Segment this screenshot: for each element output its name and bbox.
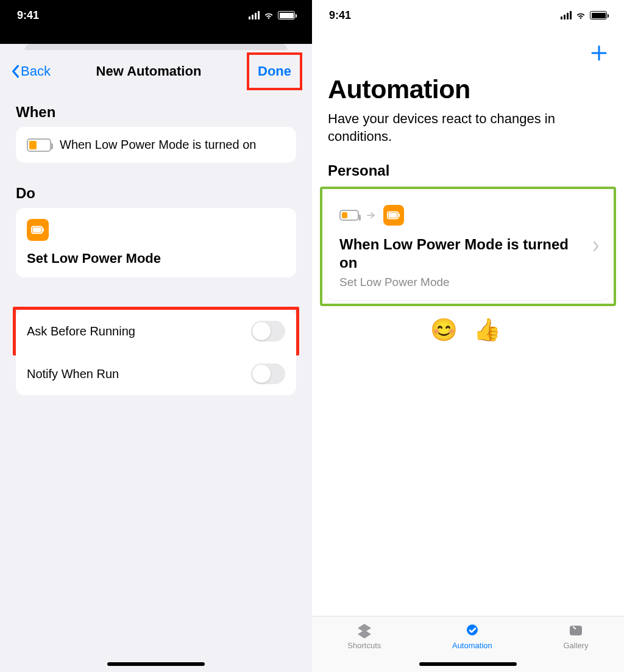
- notify-row-card: Notify When Run: [16, 352, 296, 395]
- notify-toggle[interactable]: [251, 363, 285, 384]
- ask-before-running-highlight: Ask Before Running: [13, 307, 299, 356]
- home-indicator: [419, 662, 517, 666]
- tab-gallery[interactable]: Gallery: [563, 623, 588, 650]
- notify-when-run-row[interactable]: Notify When Run: [16, 352, 296, 395]
- page-title: Automation: [312, 30, 624, 110]
- when-text: When Low Power Mode is turned on: [60, 138, 256, 152]
- battery-action-icon: [27, 219, 49, 241]
- done-button-highlight: Done: [247, 52, 302, 90]
- add-automation-button[interactable]: [590, 44, 608, 65]
- ask-before-running-row[interactable]: Ask Before Running: [16, 310, 296, 352]
- automation-subtitle: Set Low Power Mode: [339, 276, 597, 289]
- low-battery-icon: [339, 210, 359, 221]
- svg-rect-7: [389, 213, 397, 218]
- svg-rect-9: [467, 624, 478, 635]
- gallery-icon: [567, 623, 585, 638]
- arrow-right-icon: [366, 212, 376, 219]
- automation-title: When Low Power Mode is turned on: [339, 235, 597, 272]
- nav-title: New Automation: [96, 63, 202, 79]
- tab-shortcuts[interactable]: Shortcuts: [347, 623, 381, 650]
- done-button[interactable]: Done: [258, 63, 291, 79]
- back-button[interactable]: Back: [11, 63, 51, 79]
- battery-icon: [590, 11, 607, 20]
- shortcuts-icon: [355, 623, 374, 638]
- do-card[interactable]: Set Low Power Mode: [16, 208, 296, 277]
- status-time: 9:41: [329, 9, 351, 22]
- notify-label: Notify When Run: [27, 367, 119, 381]
- personal-header: Personal: [312, 162, 624, 187]
- when-header: When: [0, 93, 312, 127]
- automation-icon: [463, 623, 481, 638]
- sheet-handle: [24, 44, 288, 50]
- automation-icons: [339, 205, 597, 226]
- status-icons: [249, 11, 295, 20]
- ask-toggle[interactable]: [251, 321, 285, 341]
- svg-rect-10: [570, 626, 582, 635]
- status-bar: 9:41: [312, 0, 624, 30]
- wifi-icon: [263, 11, 274, 20]
- when-card[interactable]: When Low Power Mode is turned on: [16, 127, 296, 163]
- right-phone-automation-list: 9:41 Automation Have your devices react …: [312, 0, 624, 672]
- tab-label: Shortcuts: [347, 641, 381, 650]
- automation-card-highlight: When Low Power Mode is turned on Set Low…: [320, 187, 616, 306]
- signal-icon: [249, 11, 260, 20]
- tab-label: Automation: [452, 641, 492, 650]
- tab-label: Gallery: [563, 641, 588, 650]
- emoji-reactions: 😊 👍: [312, 306, 624, 354]
- battery-icon: [278, 11, 295, 20]
- sheet-backdrop: [0, 30, 312, 44]
- wifi-icon: [575, 11, 586, 20]
- status-bar: 9:41: [0, 0, 312, 30]
- automation-card[interactable]: When Low Power Mode is turned on Set Low…: [326, 193, 610, 300]
- do-label: Set Low Power Mode: [27, 251, 285, 266]
- status-icons: [561, 11, 607, 20]
- svg-rect-8: [399, 213, 400, 217]
- signal-icon: [561, 11, 572, 20]
- home-indicator: [107, 662, 205, 666]
- page-subtitle: Have your devices react to changes in co…: [312, 110, 624, 162]
- ask-label: Ask Before Running: [27, 324, 135, 338]
- nav-bar: Back New Automation Done: [0, 50, 312, 93]
- low-battery-icon: [27, 138, 51, 152]
- left-phone-new-automation: 9:41 Back New Automation Done When When …: [0, 0, 312, 672]
- back-label: Back: [21, 63, 51, 79]
- chevron-left-icon: [11, 65, 20, 78]
- battery-action-icon: [383, 205, 404, 226]
- tab-automation[interactable]: Automation: [452, 623, 492, 650]
- chevron-right-icon: [593, 241, 599, 252]
- do-header: Do: [0, 174, 312, 208]
- svg-rect-2: [43, 228, 44, 232]
- status-time: 9:41: [17, 9, 39, 22]
- svg-rect-1: [33, 227, 41, 232]
